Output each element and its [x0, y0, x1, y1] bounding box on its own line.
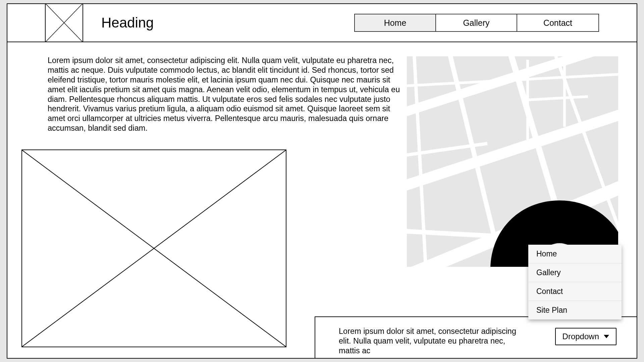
content-area: Lorem ipsum dolor sit amet, consectetur … — [7, 42, 637, 358]
body-paragraph: Lorem ipsum dolor sit amet, consectetur … — [48, 56, 401, 133]
main-image-placeholder — [21, 149, 286, 347]
footer-panel: Lorem ipsum dolor sit amet, consectetur … — [315, 316, 637, 358]
dropdown-button-label: Dropdown — [562, 332, 599, 341]
dropdown-button[interactable]: Dropdown — [555, 328, 616, 345]
map[interactable] — [407, 56, 618, 267]
page-heading: Heading — [101, 15, 154, 31]
header: Heading Home Gallery Contact — [7, 4, 637, 42]
main-nav: Home Gallery Contact — [354, 14, 599, 32]
logo-placeholder — [45, 4, 83, 42]
footer-paragraph: Lorem ipsum dolor sit amet, consectetur … — [339, 326, 523, 358]
nav-home[interactable]: Home — [355, 14, 436, 31]
image-placeholder-icon — [22, 150, 286, 347]
dropdown-item-contact[interactable]: Contact — [528, 282, 622, 301]
dropdown-item-siteplan[interactable]: Site Plan — [528, 301, 622, 319]
dropdown-item-home[interactable]: Home — [528, 245, 622, 263]
nav-contact[interactable]: Contact — [517, 14, 598, 31]
caret-down-icon — [604, 335, 609, 338]
image-placeholder-icon — [46, 4, 83, 42]
nav-gallery[interactable]: Gallery — [436, 14, 517, 31]
dropdown-item-gallery[interactable]: Gallery — [528, 263, 622, 282]
dropdown-menu: Home Gallery Contact Site Plan — [528, 245, 622, 319]
